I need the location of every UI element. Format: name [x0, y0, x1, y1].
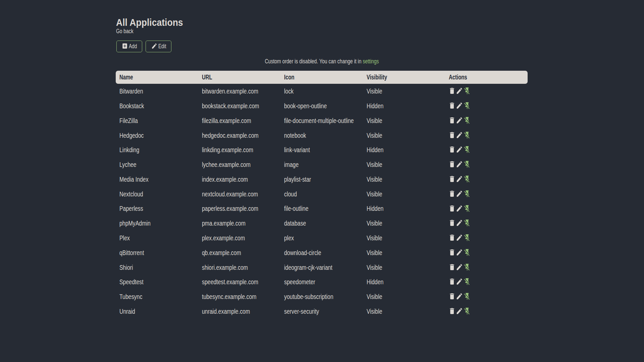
app-visibility-cell: Visible: [363, 289, 445, 304]
pin-off-icon[interactable]: [464, 131, 471, 139]
pin-off-icon[interactable]: [464, 278, 471, 286]
pencil-icon[interactable]: [456, 175, 463, 183]
app-url-text: plex.example.com: [202, 235, 245, 242]
delete-icon[interactable]: [448, 175, 455, 183]
pin-off-icon[interactable]: [464, 145, 471, 154]
pin-off-icon[interactable]: [464, 263, 471, 271]
pin-off-icon[interactable]: [464, 116, 471, 124]
app-url-cell: pma.example.com: [198, 216, 281, 231]
delete-icon[interactable]: [448, 219, 455, 227]
app-name-cell: Media Index: [116, 172, 198, 186]
pencil-icon[interactable]: [456, 190, 463, 198]
pencil-icon[interactable]: [456, 292, 463, 300]
pencil-icon[interactable]: [456, 87, 463, 95]
app-visibility-cell: Visible: [363, 84, 445, 99]
pencil-icon[interactable]: [456, 102, 463, 110]
pin-off-icon[interactable]: [464, 160, 471, 168]
delete-icon[interactable]: [448, 263, 455, 271]
column-header-icon-label: Icon: [284, 73, 294, 81]
pencil-icon[interactable]: [456, 145, 463, 154]
pin-off-icon[interactable]: [464, 204, 471, 213]
pencil-icon[interactable]: [456, 131, 463, 139]
app-actions-cell: [445, 142, 528, 157]
app-url-text: linkding.example.com: [202, 146, 253, 154]
app-name-cell: Unraid: [116, 304, 198, 318]
app-visibility-text: Visible: [367, 117, 382, 125]
app-icon-cell: link-variant: [280, 142, 363, 157]
settings-link[interactable]: settings: [363, 58, 379, 65]
go-back-link[interactable]: Go back: [116, 28, 139, 35]
pencil-icon[interactable]: [456, 160, 463, 168]
delete-icon[interactable]: [448, 131, 455, 139]
pencil-icon[interactable]: [456, 219, 463, 227]
delete-icon[interactable]: [448, 87, 455, 95]
app-visibility-cell: Visible: [363, 157, 445, 172]
delete-icon[interactable]: [448, 234, 455, 242]
app-visibility-text: Visible: [367, 191, 382, 198]
pin-off-icon[interactable]: [464, 248, 471, 256]
app-url-cell: hedgedoc.example.com: [198, 128, 281, 142]
app-visibility-cell: Visible: [363, 304, 445, 318]
pin-off-icon[interactable]: [464, 234, 471, 242]
pencil-icon[interactable]: [456, 307, 463, 315]
app-name-text: phpMyAdmin: [119, 220, 151, 227]
delete-icon[interactable]: [448, 204, 455, 213]
delete-icon[interactable]: [448, 102, 455, 110]
app-name-cell: Bookstack: [116, 98, 198, 113]
pin-off-icon[interactable]: [464, 190, 471, 198]
app-icon-cell: download-circle: [280, 245, 363, 260]
delete-icon[interactable]: [448, 116, 455, 124]
delete-icon[interactable]: [448, 307, 455, 315]
pin-off-icon[interactable]: [464, 292, 471, 300]
pin-off-icon[interactable]: [464, 307, 471, 315]
row-actions: [448, 220, 524, 227]
delete-icon[interactable]: [448, 160, 455, 168]
pin-off-icon[interactable]: [464, 175, 471, 183]
app-url-text: shiori.example.com: [202, 264, 248, 272]
table-row: Media Index index.example.com playlist-s…: [116, 172, 528, 186]
delete-icon[interactable]: [448, 248, 455, 256]
delete-icon[interactable]: [448, 292, 455, 300]
custom-order-notice: Custom order is disabled. You can change…: [116, 58, 528, 65]
app-visibility-text: Visible: [367, 293, 382, 301]
pencil-icon[interactable]: [456, 248, 463, 256]
toolbar: Add Edit: [116, 41, 529, 52]
app-name-cell: Shiori: [116, 260, 198, 275]
pencil-icon[interactable]: [456, 278, 463, 286]
delete-icon[interactable]: [448, 145, 455, 154]
app-icon-text: speedometer: [284, 279, 315, 286]
pencil-icon[interactable]: [456, 263, 463, 271]
app-icon-text: youtube-subscription: [284, 293, 333, 301]
notice-line: Custom order is disabled. You can change…: [265, 58, 379, 65]
table-row: Unraid unraid.example.com server-securit…: [116, 304, 528, 318]
table-row: Bitwarden bitwarden.example.com lock Vis…: [116, 84, 528, 99]
app-visibility-text: Hidden: [367, 205, 383, 213]
app-name-cell: qBittorrent: [116, 245, 198, 260]
app-visibility-text: Visible: [367, 220, 382, 227]
app-icon-cell: youtube-subscription: [280, 289, 363, 304]
pencil-icon[interactable]: [456, 234, 463, 242]
pencil-icon[interactable]: [456, 204, 463, 213]
app-name-cell: Paperless: [116, 201, 198, 216]
delete-icon[interactable]: [448, 278, 455, 286]
app-name-text: Shiori: [119, 264, 133, 272]
pin-off-icon[interactable]: [464, 87, 471, 95]
pencil-icon[interactable]: [456, 116, 463, 124]
column-header-name-label: Name: [119, 73, 133, 81]
app-actions-cell: [445, 304, 528, 318]
edit-button[interactable]: Edit: [146, 41, 171, 52]
column-header-name: Name: [116, 71, 198, 83]
app-name-cell: Hedgedoc: [116, 128, 198, 142]
app-name-text: Tubesync: [119, 293, 142, 301]
app-name-cell: Lychee: [116, 157, 198, 172]
app-url-cell: plex.example.com: [198, 230, 281, 245]
pin-off-icon[interactable]: [464, 219, 471, 227]
app-url-text: tubesync.example.com: [202, 293, 257, 301]
add-button[interactable]: Add: [116, 41, 142, 52]
column-header-icon: Icon: [280, 71, 363, 83]
pin-off-icon[interactable]: [464, 102, 471, 110]
app-url-text: filezilla.example.com: [202, 117, 251, 125]
page-title: All Applications: [116, 17, 528, 28]
delete-icon[interactable]: [448, 190, 455, 198]
app-name-cell: Linkding: [116, 142, 198, 157]
